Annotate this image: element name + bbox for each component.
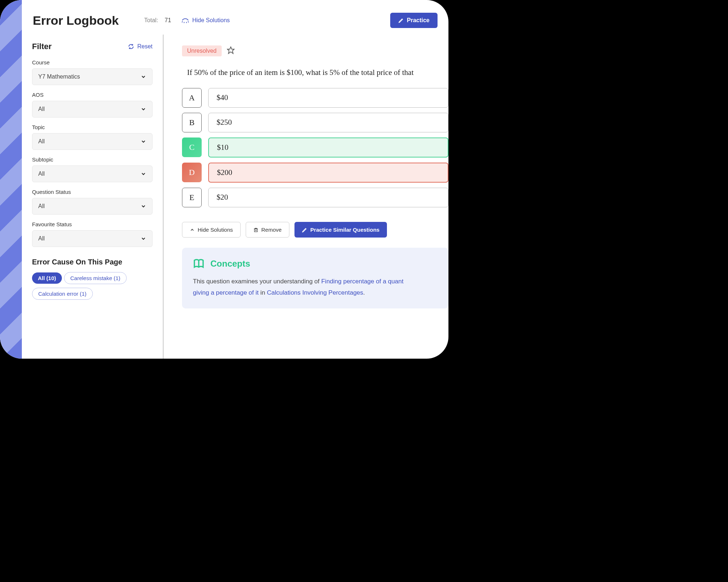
answer-text: $250 <box>208 113 448 132</box>
header: Error Logbook Total: 71 Hide Solutions P… <box>22 0 448 35</box>
answer-letter: C <box>182 137 202 157</box>
svg-marker-0 <box>228 47 234 53</box>
book-icon <box>193 258 205 270</box>
question-text: If 50% of the price of an item is $100, … <box>182 68 448 77</box>
total-value: 71 <box>165 17 171 24</box>
concept-link-2[interactable]: Calculations Involving Percentages <box>267 289 363 296</box>
remove-button[interactable]: Remove <box>246 222 289 238</box>
eye-closed-icon <box>181 16 189 24</box>
filter-label-5: Favourite Status <box>32 221 153 227</box>
answer-text: $10 <box>208 137 448 158</box>
answer-row[interactable]: A $40 <box>182 88 448 108</box>
action-row: Hide Solutions Remove Practice Similar Q… <box>182 222 448 238</box>
trash-icon <box>253 227 258 232</box>
filter-title: Filter <box>32 42 52 51</box>
refresh-icon <box>128 43 134 50</box>
answers-list: A $40 B $250 C $10 D $200 E $20 <box>182 88 448 207</box>
filter-select-subtopic[interactable]: All <box>32 166 153 182</box>
pencil-icon <box>302 227 308 233</box>
answer-row[interactable]: E $20 <box>182 188 448 207</box>
answer-letter: A <box>182 88 202 108</box>
concepts-title: Concepts <box>210 259 250 269</box>
concepts-text: This question examines your understandin… <box>193 276 438 298</box>
answer-row[interactable]: B $250 <box>182 113 448 132</box>
answer-letter: E <box>182 188 202 207</box>
answer-row[interactable]: D $200 <box>182 163 448 183</box>
filter-label-1: AOS <box>32 92 153 98</box>
error-cause-pill[interactable]: Calculation error (1) <box>32 288 93 300</box>
content: Unresolved If 50% of the price of an ite… <box>164 35 448 359</box>
body: Filter Reset Course Y7 Mathematics AOS A… <box>22 35 448 359</box>
filter-select-topic[interactable]: All <box>32 133 153 150</box>
filter-select-aos[interactable]: All <box>32 101 153 117</box>
practice-button[interactable]: Practice <box>390 13 438 28</box>
total-label: Total: <box>144 17 158 24</box>
concept-link-mid[interactable]: giving a percentage of it <box>193 289 259 296</box>
accent-bar <box>0 0 22 359</box>
chevron-down-icon <box>141 236 146 242</box>
chevron-up-icon <box>190 227 195 232</box>
answer-text: $40 <box>208 88 448 108</box>
favourite-star[interactable] <box>227 46 235 56</box>
svg-rect-1 <box>254 229 257 232</box>
filter-select-favourite status[interactable]: All <box>32 230 153 247</box>
chevron-down-icon <box>141 74 146 80</box>
header-stats: Total: 71 Hide Solutions <box>144 16 230 24</box>
concept-link-1[interactable]: Finding percentage of a quant <box>321 278 403 285</box>
hide-solutions-label: Hide Solutions <box>192 17 230 24</box>
error-cause-pill[interactable]: All (10) <box>32 272 62 284</box>
answer-text: $200 <box>208 163 448 183</box>
error-cause-title: Error Cause On This Page <box>32 258 153 266</box>
filter-select-question status[interactable]: All <box>32 198 153 215</box>
page-title: Error Logbook <box>33 13 119 28</box>
chevron-down-icon <box>141 203 146 209</box>
filter-label-2: Topic <box>32 124 153 130</box>
star-icon <box>227 46 235 54</box>
hide-solutions-top[interactable]: Hide Solutions <box>181 16 230 24</box>
status-row: Unresolved <box>182 45 448 56</box>
answer-letter: D <box>182 163 202 182</box>
sidebar: Filter Reset Course Y7 Mathematics AOS A… <box>22 35 164 359</box>
filter-label-0: Course <box>32 59 153 65</box>
filter-label-3: Subtopic <box>32 156 153 163</box>
filter-select-course[interactable]: Y7 Mathematics <box>32 68 153 85</box>
answer-letter: B <box>182 113 202 132</box>
concepts-box: Concepts This question examines your und… <box>182 248 448 308</box>
chevron-down-icon <box>141 139 146 144</box>
hide-solutions-button[interactable]: Hide Solutions <box>182 222 241 238</box>
main-area: Error Logbook Total: 71 Hide Solutions P… <box>22 0 448 359</box>
chevron-down-icon <box>141 171 146 177</box>
practice-similar-button[interactable]: Practice Similar Questions <box>294 222 387 238</box>
answer-text: $20 <box>208 188 448 207</box>
filter-head: Filter Reset <box>32 42 153 51</box>
app-frame: Error Logbook Total: 71 Hide Solutions P… <box>0 0 448 359</box>
answer-row[interactable]: C $10 <box>182 137 448 158</box>
reset-button[interactable]: Reset <box>128 43 153 50</box>
error-cause-pill[interactable]: Careless mistake (1) <box>64 272 127 284</box>
filter-label-4: Question Status <box>32 189 153 195</box>
chevron-down-icon <box>141 106 146 112</box>
status-tag: Unresolved <box>182 45 222 56</box>
pencil-icon <box>398 17 404 23</box>
concepts-head: Concepts <box>193 258 438 270</box>
